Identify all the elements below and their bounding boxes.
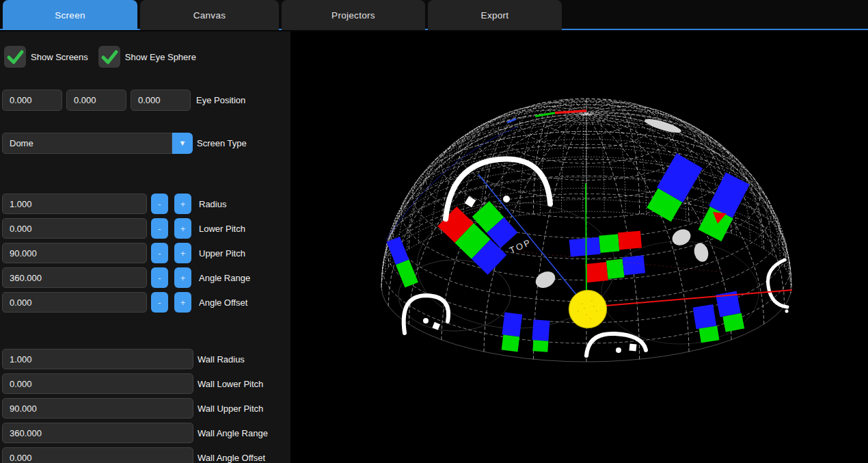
tab-screen[interactable]: Screen [3,0,137,30]
lower-pitch-label: Lower Pitch [199,224,245,234]
patch-pair-bottom-left-2 [531,319,550,352]
angle-range-minus-button[interactable]: - [151,267,168,288]
radius-row: - + Radius [2,194,290,214]
eye-position-y-input[interactable] [66,90,126,111]
wall-angle-range-input[interactable] [2,423,193,443]
wall-lower-pitch-input[interactable] [2,373,193,394]
wall-lower-pitch-row: Wall Lower Pitch [2,373,290,394]
tab-canvas[interactable]: Canvas [140,0,279,30]
angle-offset-input[interactable] [2,292,147,313]
y-axis-line [586,183,586,294]
upper-pitch-label: Upper Pitch [199,248,245,259]
lower-pitch-row: - + Lower Pitch [2,218,290,239]
wall-angle-offset-row: Wall Angle Offset [2,447,290,463]
lower-pitch-input[interactable] [2,218,147,239]
eye-position-label: Eye Position [196,95,245,105]
dome-params: - + Radius - + Lower Pitch - + Upper Pit… [0,194,290,313]
screen-type-value: Dome [10,138,33,148]
wall-lower-pitch-label: Wall Lower Pitch [198,379,263,389]
eye-position-x-input[interactable] [2,90,62,111]
visibility-toggles: Show Screens Show Eye Sphere [4,46,290,68]
check-icon [99,47,120,67]
angle-offset-row: - + Angle Offset [2,292,290,313]
wall-upper-pitch-row: Wall Upper Pitch [2,398,290,419]
eye-sphere [569,291,607,328]
checkbox-box [98,46,120,68]
upper-pitch-input[interactable] [2,243,147,263]
upper-pitch-minus-button[interactable]: - [151,243,168,263]
angle-offset-minus-button[interactable]: - [151,292,168,313]
checkbox-box [4,46,26,68]
screen-type-select[interactable]: Dome [2,133,172,154]
radius-plus-button[interactable]: + [174,194,191,214]
upper-pitch-plus-button[interactable]: + [174,243,191,263]
radius-minus-button[interactable]: - [151,194,168,214]
wall-radius-label: Wall Radius [198,354,245,365]
screen-type-row: Dome ▼ Screen Type [2,133,290,154]
dropdown-arrow-icon: ▼ [179,140,187,147]
show-eye-sphere-label: Show Eye Sphere [125,52,196,62]
wall-angle-offset-input[interactable] [2,447,193,463]
wall-radius-row: Wall Radius [2,349,290,369]
eye-position-z-input[interactable] [131,90,191,111]
angle-range-input[interactable] [2,267,147,288]
wall-upper-pitch-label: Wall Upper Pitch [198,404,263,414]
check-icon [5,47,25,67]
app-window: Screen Canvas Projectors Export Show Scr… [0,0,868,463]
show-eye-sphere-checkbox[interactable]: Show Eye Sphere [98,46,196,68]
angle-range-label: Angle Range [199,273,250,283]
show-screens-label: Show Screens [31,52,88,62]
wall-angle-range-label: Wall Angle Range [198,428,268,438]
tab-projectors[interactable]: Projectors [282,0,425,30]
screen-type-dropdown-button[interactable]: ▼ [172,133,193,154]
radius-input[interactable] [2,194,147,214]
dome-render: TOP [290,31,868,463]
wall-params: Wall Radius Wall Lower Pitch Wall Upper … [0,349,290,463]
lower-pitch-minus-button[interactable]: - [151,218,168,239]
upper-pitch-row: - + Upper Pitch [2,243,290,263]
angle-offset-plus-button[interactable]: + [174,292,191,313]
tab-export[interactable]: Export [428,0,562,30]
angle-range-row: - + Angle Range [2,267,290,288]
wall-radius-input[interactable] [2,349,193,369]
viewport-3d[interactable]: TOP [290,31,868,463]
radius-label: Radius [199,199,226,209]
eye-position-row: Eye Position [2,90,290,111]
settings-panel: Show Screens Show Eye Sphere Eye Positio… [0,31,290,463]
angle-offset-label: Angle Offset [199,297,247,308]
show-screens-checkbox[interactable]: Show Screens [4,46,88,68]
wall-upper-pitch-input[interactable] [2,398,193,419]
tab-bar: Screen Canvas Projectors Export [0,0,868,30]
lower-pitch-plus-button[interactable]: + [174,218,191,239]
wall-angle-offset-label: Wall Angle Offset [198,453,265,463]
screen-type-label: Screen Type [197,138,247,148]
angle-range-plus-button[interactable]: + [174,267,191,288]
wall-angle-range-row: Wall Angle Range [2,423,290,443]
